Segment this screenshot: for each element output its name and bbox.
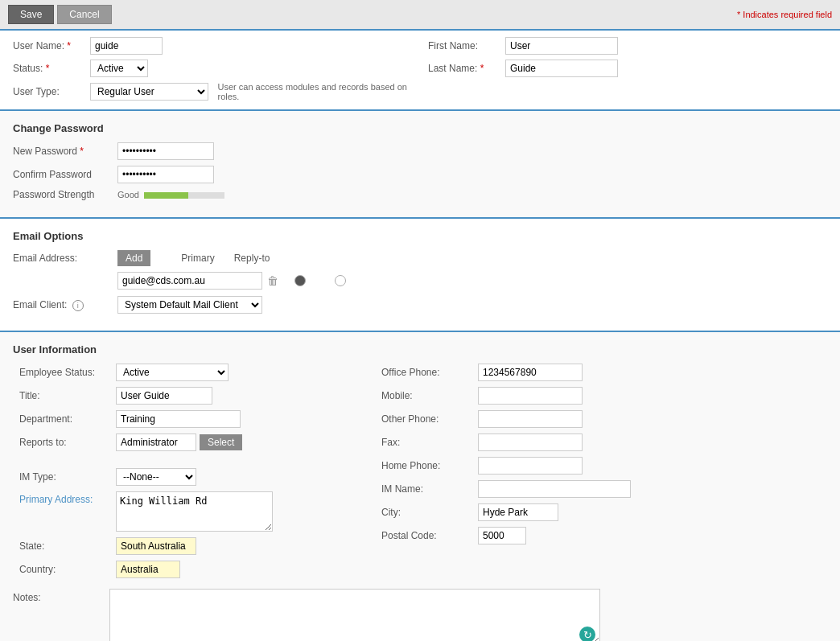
email-client-label: Email Client: i <box>13 299 117 311</box>
strength-text: Good <box>117 190 139 199</box>
email-input[interactable] <box>117 272 262 290</box>
lastname-input[interactable] <box>505 60 618 77</box>
usertype-select[interactable]: Regular User Administrator <box>90 83 208 101</box>
reports-to-row: Reports to: Select <box>19 433 369 451</box>
usertype-desc: User can access modules and records base… <box>218 82 412 101</box>
notes-refresh-icon[interactable]: ↻ <box>579 627 595 641</box>
other-phone-input[interactable] <box>478 410 583 428</box>
user-info-left: Employee Status: Active Inactive Leave o… <box>13 364 375 584</box>
confirm-password-input[interactable] <box>117 166 214 183</box>
save-button[interactable]: Save <box>8 5 54 24</box>
title-label: Title: <box>19 390 116 401</box>
im-type-label: IM Type: <box>19 471 116 483</box>
status-select[interactable]: Active Inactive <box>90 60 148 77</box>
top-bar: Save Cancel * Indicates required field <box>0 0 840 31</box>
username-label: User Name: * <box>13 40 85 51</box>
new-password-row: New Password * <box>13 142 827 160</box>
change-password-title: Change Password <box>13 122 827 134</box>
notes-row: Notes: ↻ <box>13 589 827 641</box>
state-row: State: <box>19 537 369 555</box>
employee-status-row: Employee Status: Active Inactive Leave o… <box>19 364 369 381</box>
email-address-label: Email Address: <box>13 253 117 264</box>
fax-input[interactable] <box>478 433 583 451</box>
department-input[interactable] <box>116 410 241 428</box>
email-add-button[interactable]: Add <box>117 250 150 266</box>
state-input[interactable] <box>116 537 196 555</box>
main-right: First Name: Last Name: * <box>428 37 827 101</box>
email-options-title: Email Options <box>13 230 827 242</box>
country-label: Country: <box>19 564 116 575</box>
cancel-button[interactable]: Cancel <box>57 5 111 24</box>
lastname-label: Last Name: * <box>428 63 500 74</box>
username-field-row: User Name: * <box>13 37 412 55</box>
im-name-label: IM Name: <box>381 483 478 495</box>
replyto-header: Reply-to <box>234 253 270 264</box>
primary-address-label: Primary Address: <box>19 491 116 505</box>
strength-bar <box>144 192 224 199</box>
main-fields-section: User Name: * Status: * Active Inactive U… <box>0 31 840 109</box>
im-type-row: IM Type: --None-- AOL Yahoo MSN <box>19 468 369 486</box>
city-input[interactable] <box>478 503 558 521</box>
email-client-select[interactable]: System Default Mail Client Sugar Externa… <box>117 296 262 314</box>
office-phone-row: Office Phone: <box>381 364 821 381</box>
user-info-title: User Information <box>13 343 827 355</box>
user-info-section: User Information Employee Status: Active… <box>0 332 840 641</box>
reports-to-label: Reports to: <box>19 437 116 448</box>
department-row: Department: <box>19 410 369 428</box>
status-label: Status: * <box>13 63 85 74</box>
new-password-input[interactable] <box>117 142 214 160</box>
main-left: User Name: * Status: * Active Inactive U… <box>13 37 412 101</box>
user-info-right: Office Phone: Mobile: Other Phone: Fax: … <box>375 364 827 584</box>
confirm-password-row: Confirm Password <box>13 166 827 183</box>
country-input[interactable] <box>116 561 180 578</box>
postal-code-input[interactable] <box>478 527 526 544</box>
other-phone-label: Other Phone: <box>381 413 478 425</box>
password-strength-label: Password Strength <box>13 189 117 200</box>
notes-label: Notes: <box>13 589 109 603</box>
usertype-field-row: User Type: Regular User Administrator Us… <box>13 82 412 101</box>
strength-fill <box>144 192 188 199</box>
title-row: Title: <box>19 387 369 405</box>
required-note: * Indicates required field <box>737 10 832 19</box>
email-client-info-icon: i <box>72 300 84 311</box>
notes-textarea[interactable] <box>109 589 600 641</box>
status-field-row: Status: * Active Inactive <box>13 60 412 77</box>
mobile-row: Mobile: <box>381 387 821 405</box>
email-options-section: Email Options Email Address: Add Primary… <box>0 219 840 331</box>
confirm-password-label: Confirm Password <box>13 169 117 180</box>
postal-code-label: Postal Code: <box>381 530 478 541</box>
notes-area-wrap: ↻ <box>109 589 600 641</box>
office-phone-input[interactable] <box>478 364 583 381</box>
mobile-input[interactable] <box>478 387 583 405</box>
email-client-row: Email Client: i System Default Mail Clie… <box>13 296 827 314</box>
im-name-input[interactable] <box>478 480 631 498</box>
home-phone-label: Home Phone: <box>381 460 478 471</box>
primary-radio[interactable] <box>294 275 306 286</box>
firstname-input[interactable] <box>505 37 618 55</box>
city-label: City: <box>381 507 478 518</box>
password-strength-row: Password Strength Good <box>13 189 827 200</box>
im-name-row: IM Name: <box>381 480 821 498</box>
username-input[interactable] <box>90 37 163 55</box>
user-info-grid: Employee Status: Active Inactive Leave o… <box>13 364 827 584</box>
email-delete-icon[interactable]: 🗑 <box>267 274 278 287</box>
home-phone-input[interactable] <box>478 457 583 475</box>
postal-code-row: Postal Code: <box>381 527 821 544</box>
email-address-row: Email Address: Add Primary Reply-to <box>13 250 827 266</box>
other-phone-row: Other Phone: <box>381 410 821 428</box>
fax-label: Fax: <box>381 437 478 448</box>
replyto-radio[interactable] <box>335 275 346 286</box>
primary-address-input[interactable]: King William Rd <box>116 491 273 532</box>
firstname-field-row: First Name: <box>428 37 827 55</box>
state-label: State: <box>19 540 116 552</box>
reports-to-input[interactable] <box>116 433 196 451</box>
employee-status-label: Employee Status: <box>19 367 116 378</box>
fax-row: Fax: <box>381 433 821 451</box>
title-input[interactable] <box>116 387 212 405</box>
im-type-select[interactable]: --None-- AOL Yahoo MSN <box>116 468 196 486</box>
lastname-field-row: Last Name: * <box>428 60 827 77</box>
reports-to-select-button[interactable]: Select <box>200 434 242 450</box>
mobile-label: Mobile: <box>381 390 478 401</box>
employee-status-select[interactable]: Active Inactive Leave of Absence <box>116 364 229 381</box>
new-password-label: New Password * <box>13 146 117 157</box>
